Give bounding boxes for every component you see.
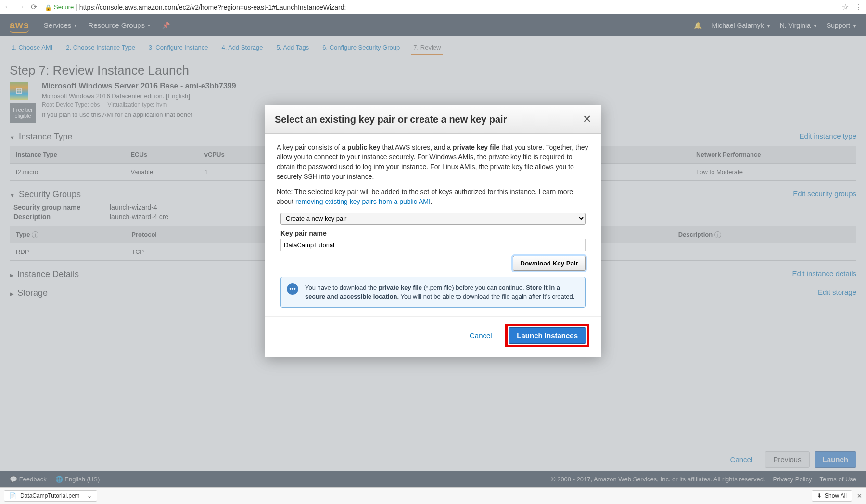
url-text: https://console.aws.amazon.com/ec2/v2/ho…: [79, 3, 346, 11]
keypair-modal: Select an existing key pair or create a …: [265, 105, 601, 340]
keypair-name-input[interactable]: [280, 239, 586, 251]
modal-cancel-button[interactable]: Cancel: [462, 328, 500, 341]
secure-label: Secure: [54, 3, 74, 11]
close-icon[interactable]: ✕: [583, 113, 591, 126]
reload-icon[interactable]: ⟳: [31, 2, 37, 12]
launch-instances-button[interactable]: Launch Instances: [509, 327, 586, 341]
forward-icon[interactable]: →: [17, 2, 25, 12]
modal-desc-2: Note: The selected key pair will be adde…: [277, 187, 589, 207]
info-bubble-icon: •••: [287, 283, 298, 295]
menu-icon[interactable]: ⋮: [854, 2, 862, 12]
highlight-box: Launch Instances: [505, 324, 589, 341]
keypair-action-select[interactable]: Create a new key pair: [280, 213, 586, 225]
remove-keypairs-link[interactable]: removing existing key pairs from a publi…: [295, 198, 431, 205]
lock-icon: [45, 3, 52, 11]
back-icon[interactable]: ←: [4, 2, 12, 12]
modal-title: Select an existing key pair or create a …: [275, 114, 583, 125]
keypair-name-label: Key pair name: [280, 228, 586, 238]
download-keypair-button[interactable]: Download Key Pair: [513, 256, 586, 271]
modal-desc-1: A key pair consists of a public key that…: [277, 142, 589, 181]
info-box: ••• You have to download the private key…: [280, 277, 586, 308]
star-icon[interactable]: ☆: [842, 2, 849, 12]
url-bar[interactable]: Secure | https://console.aws.amazon.com/…: [45, 3, 842, 11]
browser-toolbar: ← → ⟳ Secure | https://console.aws.amazo…: [0, 0, 866, 14]
